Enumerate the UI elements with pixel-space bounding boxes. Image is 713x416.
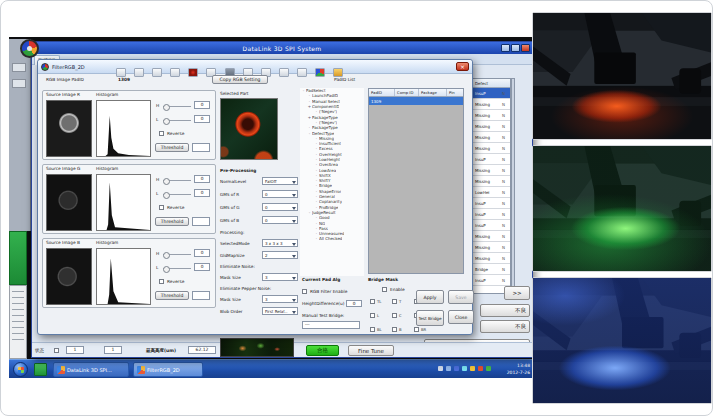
defect-row[interactable]: Missing N: [473, 132, 510, 143]
bridge-cell-checkbox[interactable]: [392, 299, 397, 304]
mask-size-dropdown-1[interactable]: 3: [262, 273, 298, 281]
l-value-box[interactable]: 0: [194, 115, 210, 123]
bridge-mask-cell[interactable]: L: [370, 313, 390, 320]
bridge-mask-cell[interactable]: BL: [370, 327, 390, 334]
palette-icon[interactable]: [315, 68, 325, 77]
help-icon[interactable]: [333, 68, 343, 77]
board-ng-button[interactable]: 不良: [480, 320, 530, 333]
taskbar-button-datalink[interactable]: DataLink 3D SPI...: [53, 362, 129, 377]
test-bridge-button[interactable]: Test Bridge: [416, 310, 444, 326]
defect-row[interactable]: Missing N: [473, 121, 510, 132]
taskbar-clock[interactable]: 13:48 2012-7-26: [507, 362, 530, 376]
taskbar-button-filterrgb[interactable]: FilterRGB_2D: [133, 362, 203, 377]
save-icon[interactable]: [134, 68, 144, 77]
bridge-cell-checkbox[interactable]: [392, 327, 397, 332]
defect-row[interactable]: InsuP N: [473, 220, 510, 231]
gms-g-dropdown[interactable]: 0: [262, 203, 298, 211]
bridge-mask-cell[interactable]: C: [392, 313, 412, 320]
dialog-titlebar[interactable]: FilterRGB_2D ×: [38, 60, 472, 74]
maximize-button[interactable]: [511, 44, 520, 52]
l-value-box[interactable]: 0: [194, 189, 210, 197]
bridge-cell-checkbox[interactable]: [392, 313, 397, 318]
h-slider[interactable]: [163, 180, 191, 181]
defect-row[interactable]: Missing N: [473, 110, 510, 121]
close-dialog-button[interactable]: Close: [448, 310, 474, 324]
defect-row[interactable]: LowHei N: [473, 187, 510, 198]
defect-row[interactable]: InsuP N: [473, 154, 510, 165]
defect-row[interactable]: Missing N: [473, 176, 510, 187]
fine-tune-button[interactable]: Fine Tune: [348, 345, 394, 356]
gldmapsize-dropdown[interactable]: 2: [262, 251, 298, 259]
copy-icon[interactable]: [152, 68, 162, 77]
h-slider[interactable]: [163, 254, 191, 255]
bridge-mask-cell[interactable]: T: [392, 299, 412, 306]
h-value-box[interactable]: 0: [194, 175, 210, 183]
bridge-cell-checkbox[interactable]: [370, 327, 375, 332]
minimize-button[interactable]: [501, 44, 510, 52]
bridge-cell-checkbox[interactable]: [370, 299, 375, 304]
save-button[interactable]: Save: [448, 290, 474, 304]
bridge-mask-cell[interactable]: B: [392, 327, 412, 334]
l-slider[interactable]: [163, 268, 191, 269]
normallevel-dropdown[interactable]: FalOff: [262, 177, 298, 185]
gms-r-dropdown[interactable]: 0: [262, 190, 298, 198]
threshold-value-box[interactable]: [192, 217, 210, 226]
defect-row[interactable]: InsuP N: [473, 275, 510, 286]
record-icon[interactable]: [188, 68, 198, 77]
l-slider[interactable]: [163, 194, 191, 195]
gms-b-dropdown[interactable]: 0: [262, 216, 298, 224]
defect-row[interactable]: Missing N: [473, 231, 510, 242]
bridge-cell-checkbox[interactable]: [414, 327, 419, 332]
open-icon[interactable]: [116, 68, 126, 77]
defect-row[interactable]: Missing N: [473, 165, 510, 176]
defect-row[interactable]: InsuP N: [473, 88, 510, 99]
reverse-checkbox[interactable]: [159, 279, 164, 284]
copy-rgb-setting-button[interactable]: Copy RGB Setting: [212, 75, 268, 84]
defect-row[interactable]: InsuP N: [473, 198, 510, 209]
selectedmode-dropdown[interactable]: 3 x 3 x 3: [262, 239, 298, 247]
defect-list-scrollbar[interactable]: [511, 78, 515, 294]
bridge-mask-enable-checkbox[interactable]: [382, 287, 387, 292]
blob-order-dropdown[interactable]: First Relat..: [262, 307, 298, 315]
defect-row[interactable]: Missing N: [473, 253, 510, 264]
defect-row[interactable]: Bridge N: [473, 264, 510, 275]
bridge-mask-cell[interactable]: TL: [370, 299, 390, 306]
padid-table-selected-row[interactable]: 1309: [369, 97, 463, 105]
h-value-box[interactable]: 0: [194, 249, 210, 257]
threshold-value-box[interactable]: [192, 143, 210, 152]
rgb-filter-enable-checkbox[interactable]: [302, 289, 307, 294]
defect-row[interactable]: Missing N: [473, 99, 510, 110]
threshold-button[interactable]: Threshold: [155, 217, 189, 226]
next-page-button[interactable]: >>: [504, 286, 530, 300]
bridge-mask-cell[interactable]: BR: [414, 327, 434, 334]
manual-test-bridge-input[interactable]: ---: [302, 321, 360, 329]
draw-icon[interactable]: [279, 68, 289, 77]
defect-row[interactable]: InsuP N: [473, 209, 510, 220]
h-slider[interactable]: [163, 106, 191, 107]
quick-launch-icon[interactable]: [34, 363, 47, 376]
apply-button[interactable]: Apply: [416, 290, 444, 304]
pass-button[interactable]: 合格: [306, 345, 339, 356]
status-checkbox[interactable]: [54, 348, 59, 353]
threshold-value-box[interactable]: [192, 291, 210, 300]
bridge-cell-checkbox[interactable]: [370, 313, 375, 318]
mark-ng-button[interactable]: 不良: [480, 304, 530, 317]
defect-row[interactable]: Missing N: [473, 143, 510, 154]
threshold-button[interactable]: Threshold: [155, 143, 189, 152]
close-button[interactable]: [521, 44, 530, 52]
start-button[interactable]: [13, 362, 28, 377]
reverse-checkbox[interactable]: [159, 205, 164, 210]
window-titlebar[interactable]: DataLink 3D SPI System: [32, 42, 532, 54]
h-value-box[interactable]: 0: [194, 101, 210, 109]
reverse-checkbox[interactable]: [159, 131, 164, 136]
paste-icon[interactable]: [170, 68, 180, 77]
height-difference-value[interactable]: 0: [346, 300, 362, 307]
threshold-button[interactable]: Threshold: [155, 291, 189, 300]
defect-row[interactable]: Missing N: [473, 242, 510, 253]
l-value-box[interactable]: 0: [194, 263, 210, 271]
measure-icon[interactable]: [297, 68, 307, 77]
mask-size-dropdown-2[interactable]: 3: [262, 295, 298, 303]
l-slider[interactable]: [163, 120, 191, 121]
dialog-close-button[interactable]: ×: [456, 62, 469, 71]
tree-item[interactable]: · All Checked: [300, 236, 364, 241]
